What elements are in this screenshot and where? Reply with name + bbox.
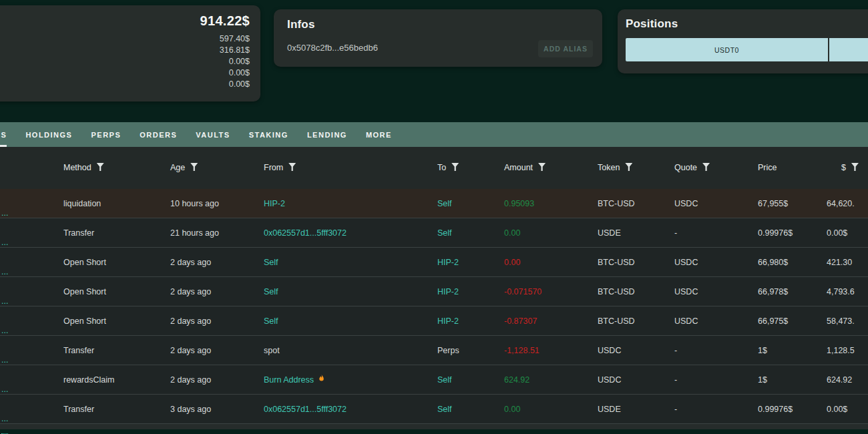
breakdown-value: 0.00$: [0, 56, 250, 67]
tab-transactions[interactable]: TRANSACTIONS: [0, 122, 7, 147]
tx-hash-link[interactable]: ...: [1, 404, 8, 434]
positions-tab-group: USDT0USDC: [626, 38, 868, 61]
infos-card: Infos 0x5078c2fb...e56bedb6 ADD ALIAS: [274, 9, 602, 67]
filter-icon[interactable]: [851, 163, 859, 171]
column-header-to: To: [437, 147, 459, 189]
cell-quote: USDC: [674, 306, 698, 336]
cell-age: 2 days ago: [170, 365, 211, 395]
tab-vaults[interactable]: VAULTS: [196, 122, 230, 147]
cell-method: Open Short: [63, 277, 106, 306]
tab-lending[interactable]: LENDING: [307, 122, 347, 147]
tab-perps[interactable]: PERPS: [91, 122, 121, 147]
cell-usd-value: 58,473.: [827, 306, 855, 336]
positions-card: Positions USDT0USDC: [618, 9, 868, 73]
cell-quote: -: [674, 395, 677, 424]
positions-tab-usdt0[interactable]: USDT0: [626, 38, 828, 61]
cell-method: rewardsClaim: [63, 365, 114, 395]
column-header-from: From: [264, 147, 296, 189]
cell-to[interactable]: Self: [437, 189, 452, 218]
cell-from[interactable]: Self: [264, 306, 278, 336]
cell-quote: USDC: [674, 189, 698, 218]
cell-token: USDE: [598, 218, 621, 248]
cell-method: Open Short: [63, 248, 106, 277]
table-row: ...Open Short2 days agoSelfHIP-20.00BTC-…: [0, 248, 868, 277]
cell-price: 66,980$: [758, 248, 788, 277]
cell-age: 2 days ago: [170, 248, 211, 277]
breakdown-value: 0.00$: [0, 67, 250, 79]
cell-amount: -0.071570: [504, 277, 541, 306]
cell-age: 2 days ago: [170, 306, 211, 336]
transactions-table-header: MethodAgeFromToAmountTokenQuotePrice$: [0, 147, 868, 189]
tab-orders[interactable]: ORDERS: [140, 122, 177, 147]
positions-title: Positions: [626, 17, 868, 31]
filter-icon[interactable]: [451, 163, 459, 171]
cell-quote: USDC: [674, 248, 698, 277]
column-label-to: To: [437, 163, 446, 172]
table-row: ...rewardsClaim2 days agoBurn Address Se…: [0, 365, 868, 395]
cell-method: liquidation: [63, 189, 101, 218]
filter-icon[interactable]: [288, 163, 296, 171]
filter-icon[interactable]: [538, 163, 546, 171]
column-label-from: From: [264, 163, 283, 172]
cell-from[interactable]: Burn Address: [264, 365, 314, 395]
cell-from[interactable]: Self: [264, 248, 278, 277]
filter-icon[interactable]: [702, 163, 710, 171]
cell-usd-value: 0.00$: [827, 395, 847, 424]
column-header-method: Method: [63, 147, 104, 189]
column-header-quote: Quote: [674, 147, 710, 189]
cell-to[interactable]: HIP-2: [437, 277, 459, 306]
cell-to[interactable]: HIP-2: [437, 306, 459, 336]
column-label-price: Price: [758, 163, 777, 172]
cell-age: 2 days ago: [170, 336, 211, 365]
cell-from[interactable]: HIP-2: [264, 189, 285, 218]
cell-token: BTC-USD: [598, 248, 635, 277]
transactions-table-body: ...liquidation10 hours agoHIP-2Self0.950…: [0, 189, 868, 424]
cell-price: 0.99976$: [758, 395, 793, 424]
cell-from[interactable]: 0x062557d1...5fff3072: [264, 218, 347, 248]
cell-from[interactable]: 0x062557d1...5fff3072: [264, 395, 347, 424]
breakdown-value: 597.40$: [0, 33, 250, 45]
cell-amount: 0.00: [504, 218, 520, 248]
portfolio-summary-card: 914.22$ 597.40$316.81$0.00$0.00$0.00$: [0, 5, 260, 101]
column-label-quote: Quote: [674, 163, 697, 172]
table-row: ...Transfer3 days ago0x062557d1...5fff30…: [0, 395, 868, 424]
positions-tab-usdc[interactable]: USDC: [829, 38, 868, 61]
cell-quote: -: [674, 218, 677, 248]
tab-holdings[interactable]: HOLDINGS: [25, 122, 72, 147]
cell-token: BTC-USD: [598, 189, 635, 218]
table-row: ...Open Short2 days agoSelfHIP-2-0.07157…: [0, 277, 868, 306]
cell-method: Transfer: [63, 218, 94, 248]
infos-title: Infos: [287, 18, 593, 31]
filter-icon[interactable]: [97, 163, 104, 171]
cell-to[interactable]: HIP-2: [437, 248, 459, 277]
cell-amount: -0.87307: [504, 306, 537, 336]
section-tabs: TRANSACTIONSHOLDINGSPERPSORDERSVAULTSSTA…: [0, 122, 392, 147]
filter-icon[interactable]: [625, 163, 632, 171]
column-header-usd: $: [841, 147, 859, 189]
cell-usd-value: 1,128.5: [827, 336, 855, 365]
column-label-age: Age: [170, 163, 185, 172]
partial-row: [0, 424, 868, 429]
breakdown-value: 316.81$: [0, 45, 250, 56]
cell-to[interactable]: Self: [437, 395, 452, 424]
cell-age: 3 days ago: [170, 395, 211, 424]
cell-method: Open Short: [63, 306, 106, 336]
cell-to[interactable]: Self: [437, 218, 452, 248]
portfolio-total-value: 914.22$: [0, 13, 250, 29]
filter-icon[interactable]: [190, 163, 198, 171]
column-header-amount: Amount: [504, 147, 546, 189]
cell-token: USDC: [598, 365, 621, 395]
cell-to[interactable]: Self: [437, 365, 452, 395]
cell-from: spot: [264, 336, 280, 365]
cell-usd-value: 4,793.6: [827, 277, 855, 306]
cell-price: 0.99976$: [758, 218, 793, 248]
cell-token: USDC: [598, 336, 621, 365]
section-tab-bar: TRANSACTIONSHOLDINGSPERPSORDERSVAULTSSTA…: [0, 122, 868, 147]
tab-more[interactable]: MORE: [366, 122, 392, 147]
cell-usd-value: 421.30: [827, 248, 852, 277]
cell-from[interactable]: Self: [264, 277, 278, 306]
add-alias-button[interactable]: ADD ALIAS: [538, 40, 593, 57]
cell-price: 66,975$: [758, 306, 788, 336]
tab-staking[interactable]: STAKING: [249, 122, 288, 147]
column-header-age: Age: [170, 147, 198, 189]
